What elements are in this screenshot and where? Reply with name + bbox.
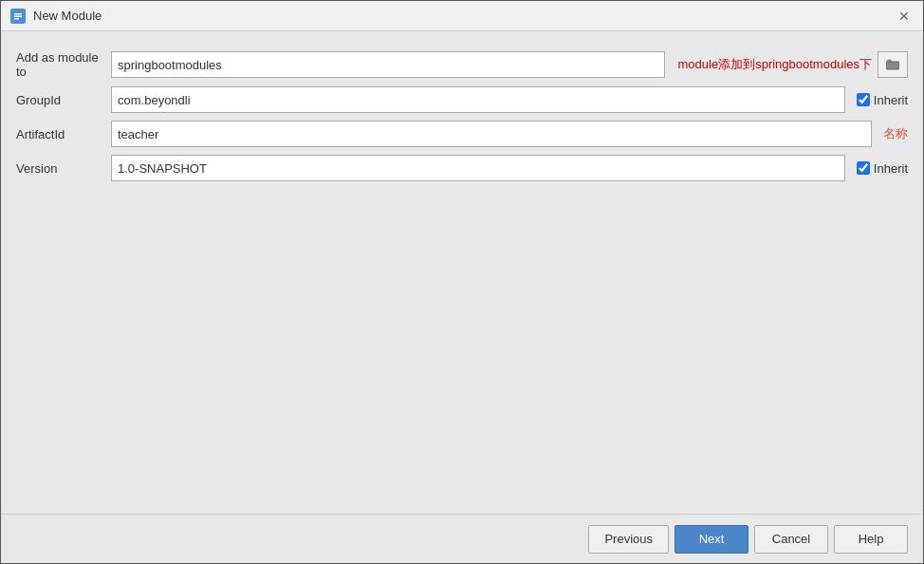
dialog-content: Add as module to module添加到springbootmodu…	[1, 31, 923, 514]
version-inherit-label: Inherit	[874, 161, 908, 176]
group-id-inherit: Inherit	[857, 93, 908, 107]
add-module-annotation: module添加到springbootmodules下	[678, 56, 872, 73]
version-row: Version Inherit	[16, 155, 908, 181]
version-input[interactable]	[111, 155, 845, 181]
group-id-input-wrapper: Inherit	[111, 86, 908, 113]
version-inherit: Inherit	[857, 161, 908, 176]
close-button[interactable]: ✕	[895, 7, 914, 26]
group-id-label: GroupId	[16, 93, 111, 107]
artifact-id-row: ArtifactId 名称	[16, 121, 908, 147]
help-button[interactable]: Help	[834, 525, 908, 554]
svg-rect-4	[886, 62, 899, 69]
svg-rect-1	[14, 13, 22, 15]
version-label: Version	[16, 161, 111, 176]
version-inherit-checkbox[interactable]	[857, 161, 870, 175]
group-id-inherit-checkbox[interactable]	[857, 93, 870, 106]
artifact-id-annotation: 名称	[883, 125, 908, 142]
group-id-inherit-label: Inherit	[874, 93, 908, 107]
add-module-input-wrapper: module添加到springbootmodules下	[111, 51, 908, 78]
artifact-id-input[interactable]	[111, 121, 872, 147]
artifact-id-label: ArtifactId	[16, 127, 111, 141]
cancel-button[interactable]: Cancel	[754, 525, 828, 554]
version-input-wrapper: Inherit	[111, 155, 908, 181]
next-button[interactable]: Next	[675, 525, 748, 554]
title-bar: New Module ✕	[1, 1, 923, 31]
title-bar-left: New Module	[10, 9, 102, 24]
artifact-id-input-wrapper: 名称	[111, 121, 908, 147]
previous-button[interactable]: Previous	[588, 525, 669, 554]
browse-button[interactable]	[878, 51, 908, 78]
svg-rect-3	[14, 18, 19, 20]
dialog-footer: Previous Next Cancel Help	[1, 514, 923, 563]
group-id-row: GroupId Inherit	[16, 86, 908, 113]
add-module-row: Add as module to module添加到springbootmodu…	[16, 50, 908, 79]
dialog-icon	[10, 9, 26, 24]
group-id-input[interactable]	[111, 86, 845, 113]
svg-rect-2	[14, 15, 22, 17]
dialog-title: New Module	[33, 9, 102, 23]
add-module-label: Add as module to	[16, 50, 111, 79]
new-module-dialog: New Module ✕ Add as module to module添加到s…	[0, 0, 924, 564]
add-module-input[interactable]	[111, 51, 665, 78]
